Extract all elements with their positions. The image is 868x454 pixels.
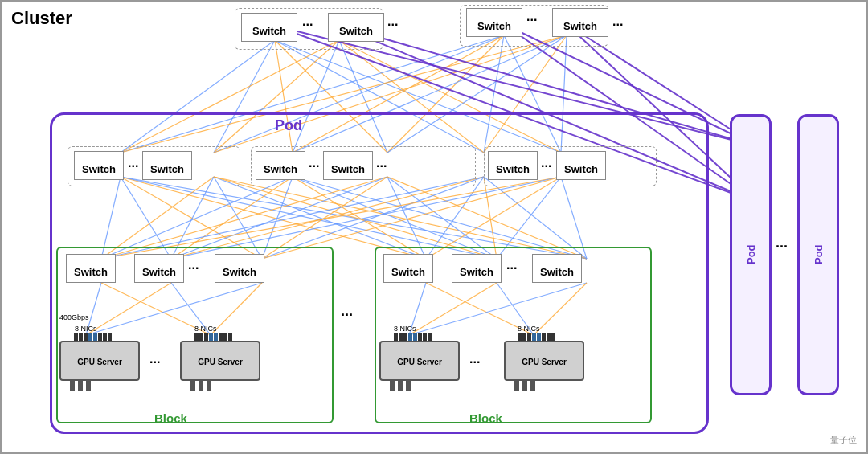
top-switch-1: Switch bbox=[241, 13, 297, 42]
top-dots-center: ··· bbox=[387, 18, 398, 32]
nics-label-2: 8 NICs bbox=[194, 325, 217, 333]
mid-switch-2: Switch bbox=[142, 151, 192, 180]
speed-label-1: 400Gbps bbox=[59, 313, 89, 321]
mid-dots-1: ··· bbox=[128, 159, 138, 174]
mid-switch-6: Switch bbox=[556, 151, 606, 180]
nic-bar-3 bbox=[394, 333, 432, 341]
nics-label-3: 8 NICs bbox=[394, 325, 416, 333]
side-pod-1: Pod bbox=[730, 114, 772, 395]
b1-switch-3: Switch bbox=[215, 254, 264, 283]
main-container: Cluster Switch ··· Switch ··· Switch ···… bbox=[0, 0, 868, 454]
nic-bar-1 bbox=[74, 333, 112, 341]
mid-switch-5: Switch bbox=[488, 151, 538, 180]
pod-label: Pod bbox=[275, 117, 302, 134]
top-switch-4: Switch bbox=[552, 8, 608, 37]
gpu-server-4-label: GPU Server bbox=[522, 358, 567, 366]
top-dots-2a: ··· bbox=[526, 13, 537, 27]
top-switch-3: Switch bbox=[466, 8, 522, 37]
b1-switch-dots: ··· bbox=[188, 261, 199, 276]
nic-bar-4 bbox=[518, 333, 555, 341]
b1-switch-2: Switch bbox=[134, 254, 184, 283]
watermark: 量子位 bbox=[830, 434, 857, 446]
cluster-label: Cluster bbox=[11, 8, 72, 29]
block2-gpu-dots: ··· bbox=[469, 355, 480, 370]
top-dots-1a: ··· bbox=[302, 18, 313, 32]
gpu-server-2: GPU Server bbox=[180, 341, 260, 381]
block-1-label: Block bbox=[154, 411, 187, 425]
b1-switch-1: Switch bbox=[66, 254, 116, 283]
gpu-server-1: GPU Server bbox=[59, 341, 140, 381]
mid-dots-4: ··· bbox=[541, 159, 551, 174]
gpu-server-4: GPU Server bbox=[504, 341, 584, 381]
b2-switch-1: Switch bbox=[383, 254, 433, 283]
b2-switch-dots: ··· bbox=[506, 261, 517, 276]
mid-switch-4: Switch bbox=[323, 151, 373, 180]
nic-bar-2 bbox=[194, 333, 232, 341]
mid-dots-2: ··· bbox=[309, 159, 319, 174]
block1-gpu-dots: ··· bbox=[149, 355, 160, 370]
gpu-server-3-label: GPU Server bbox=[397, 358, 442, 366]
mid-switch-3: Switch bbox=[256, 151, 305, 180]
nics-label-1: 8 NICs bbox=[75, 325, 97, 333]
mid-dots-3: ··· bbox=[376, 159, 387, 174]
side-pod-2: Pod bbox=[797, 114, 839, 395]
between-blocks-dots: ··· bbox=[341, 307, 353, 324]
b2-switch-2: Switch bbox=[452, 254, 502, 283]
b2-switch-3: Switch bbox=[532, 254, 582, 283]
top-dots-right: ··· bbox=[612, 18, 623, 32]
block-2-label: Block bbox=[469, 411, 502, 425]
mid-switch-1: Switch bbox=[74, 151, 124, 180]
nics-label-4: 8 NICs bbox=[518, 325, 540, 333]
side-pods-dots: ··· bbox=[776, 239, 788, 256]
gpu-server-2-label: GPU Server bbox=[198, 358, 243, 366]
gpu-server-1-label: GPU Server bbox=[77, 358, 122, 366]
gpu-server-3: GPU Server bbox=[379, 341, 460, 381]
top-switch-2: Switch bbox=[328, 13, 384, 42]
